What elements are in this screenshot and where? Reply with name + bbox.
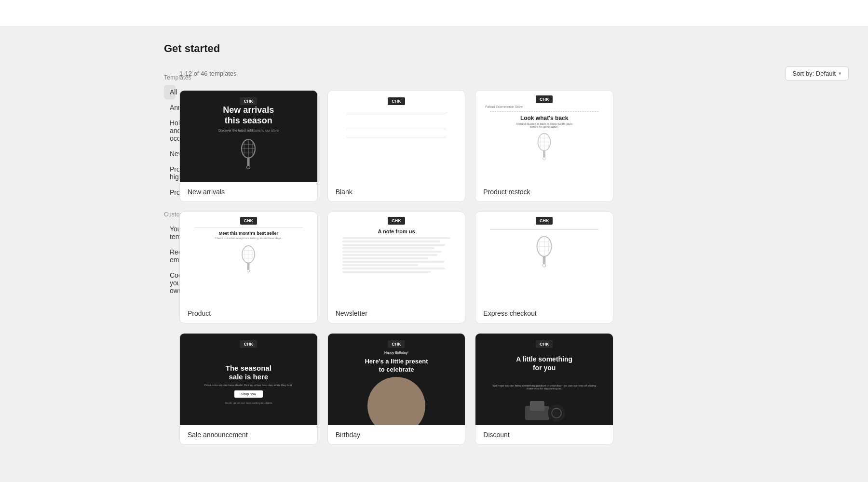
preview-logo: CHK <box>388 97 405 105</box>
template-label-discount: Discount <box>475 425 613 444</box>
template-preview-product-restock: CHK Fahad Ecommerce Store Look what's ba… <box>475 91 613 182</box>
template-preview-birthday: CHK Happy Birthday! Here's a little pres… <box>328 334 465 425</box>
preview-discount-subtext: We hope we can bring something positive … <box>489 384 599 390</box>
svg-point-9 <box>247 166 250 169</box>
toolbar: 1-12 of 46 templates Sort by: Default ▾ <box>179 67 849 80</box>
top-bar <box>0 0 868 27</box>
template-preview-newsletter: CHK A note from us <box>328 212 465 304</box>
sort-label: Sort by: Default <box>792 70 836 77</box>
preview-logo: CHK <box>240 97 258 105</box>
template-preview-product: CHK Meet this month's best seller Check … <box>180 212 317 304</box>
template-preview-express-checkout: CHK <box>475 212 613 304</box>
preview-birthday-circle <box>367 377 425 425</box>
preview-sale-headline: The seasonalsale is here <box>226 364 271 381</box>
preview-divider <box>490 229 598 230</box>
template-label-birthday: Birthday <box>328 425 465 444</box>
preview-logo: CHK <box>536 95 553 103</box>
template-label-newsletter: Newsletter <box>328 304 465 323</box>
template-card-express-checkout[interactable]: CHK <box>475 212 613 323</box>
preview-product-subtitle: Check out what everyone's talking about … <box>215 237 282 240</box>
preview-product-title: Meet this month's best seller <box>219 231 278 236</box>
main-content: 1-12 of 46 templates Sort by: Default ▾ … <box>164 67 868 445</box>
preview-look-sub: A brand favorite is back in stock! Grab … <box>516 122 572 128</box>
template-label-new-arrivals: New arrivals <box>180 182 317 201</box>
template-preview-sale-announcement: CHK The seasonalsale is here Don't miss … <box>180 334 317 425</box>
preview-logo: CHK <box>388 217 405 225</box>
preview-product-racket <box>236 243 260 277</box>
svg-rect-8 <box>247 158 250 166</box>
preview-sale-shop-btn: Shop now <box>234 390 263 398</box>
template-count: 1-12 of 46 templates <box>179 70 237 77</box>
preview-sale-subtext: Don't miss out on these deals! Pick up a… <box>204 384 293 387</box>
svg-rect-35 <box>543 256 546 264</box>
sidebar: Templates All Announcements Holidays and… <box>0 67 164 445</box>
preview-logo: CHK <box>536 217 553 225</box>
template-card-birthday[interactable]: CHK Happy Birthday! Here's a little pres… <box>327 333 466 445</box>
sort-button[interactable]: Sort by: Default ▾ <box>785 67 849 80</box>
svg-rect-38 <box>530 401 544 411</box>
template-card-discount[interactable]: CHK A little somethingfor you We hope we… <box>475 333 613 445</box>
preview-express-racket <box>531 234 557 272</box>
svg-rect-17 <box>543 150 545 158</box>
preview-racket <box>236 137 260 173</box>
preview-subtext: Discover the latest additions to our sto… <box>218 129 279 132</box>
template-card-product[interactable]: CHK Meet this month's best seller Check … <box>179 212 318 323</box>
template-label-blank: Blank <box>328 182 465 201</box>
preview-racket-sm <box>531 131 557 164</box>
templates-grid: CHK New arrivalsthis season Discover the… <box>179 90 613 445</box>
preview-logo: CHK <box>388 340 405 348</box>
template-preview-new-arrivals: CHK New arrivalsthis season Discover the… <box>180 91 317 182</box>
svg-rect-26 <box>247 263 250 270</box>
svg-point-36 <box>542 264 546 267</box>
preview-birthday-text: Happy Birthday! <box>384 351 408 354</box>
template-preview-discount: CHK A little somethingfor you We hope we… <box>475 334 613 425</box>
template-preview-blank: CHK <box>328 91 465 182</box>
preview-store-name: Fahad Ecommerce Store <box>485 105 523 108</box>
preview-newsletter-title: A note from us <box>378 228 415 234</box>
content-area: Templates All Announcements Holidays and… <box>0 67 868 464</box>
template-card-blank[interactable]: CHK Blank <box>327 90 466 202</box>
template-card-new-arrivals[interactable]: CHK New arrivalsthis season Discover the… <box>179 90 318 202</box>
template-card-sale-announcement[interactable]: CHK The seasonalsale is here Don't miss … <box>179 333 318 445</box>
page-title: Get started <box>0 27 868 67</box>
template-label-express-checkout: Express checkout <box>475 304 613 323</box>
template-label-product-restock: Product restock <box>475 182 613 201</box>
preview-logo: CHK <box>240 217 258 225</box>
preview-headline: New arrivalsthis season <box>223 105 274 126</box>
preview-logo: CHK <box>240 340 258 348</box>
template-card-product-restock[interactable]: CHK Fahad Ecommerce Store Look what's ba… <box>475 90 613 202</box>
preview-look-title: Look what's back <box>520 115 569 121</box>
svg-point-39 <box>548 404 565 422</box>
preview-discount-bottom <box>523 396 566 425</box>
template-label-product: Product <box>180 304 317 323</box>
preview-sale-foot-text: Stock up on our best-selling products <box>225 402 272 404</box>
chevron-down-icon: ▾ <box>839 70 841 77</box>
page-wrapper: Get started Templates All Announcements … <box>0 0 868 482</box>
template-card-newsletter[interactable]: CHK A note from us <box>327 212 466 323</box>
template-label-sale-announcement: Sale announcement <box>180 425 317 444</box>
svg-point-18 <box>543 157 546 160</box>
preview-birthday-headline: Here's a little presentto celebrate <box>365 358 428 374</box>
preview-discount-headline: A little somethingfor you <box>516 355 572 372</box>
preview-logo: CHK <box>536 340 553 348</box>
svg-point-27 <box>247 269 250 272</box>
